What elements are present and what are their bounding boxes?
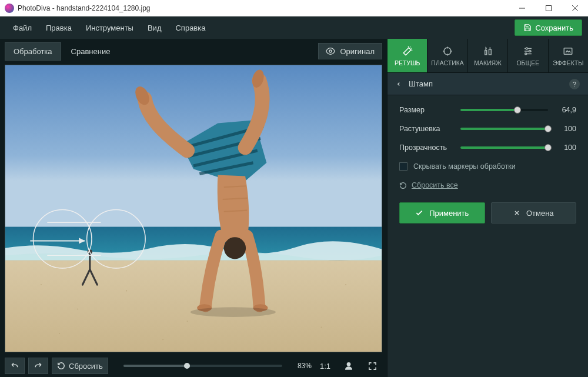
menu-tools[interactable]: Инструменты xyxy=(79,20,141,36)
expand-icon xyxy=(368,362,377,371)
reset-icon xyxy=(399,182,407,189)
face-icon xyxy=(344,361,353,371)
feather-slider[interactable] xyxy=(460,128,548,130)
svg-rect-7 xyxy=(5,261,382,352)
svg-point-15 xyxy=(59,333,60,334)
window-minimize[interactable] xyxy=(509,0,535,16)
makeup-icon xyxy=(483,46,493,56)
svg-point-45 xyxy=(529,50,530,52)
svg-point-11 xyxy=(187,321,188,322)
toolcat-makeup[interactable]: МАКИЯЖ xyxy=(468,39,508,72)
svg-point-8 xyxy=(41,284,42,285)
zoom-value: 83% xyxy=(298,362,312,370)
svg-point-14 xyxy=(345,284,346,285)
save-button[interactable]: Сохранить xyxy=(514,19,582,36)
eye-icon xyxy=(326,46,335,56)
size-label: Размер xyxy=(399,106,453,114)
svg-point-34 xyxy=(444,48,451,55)
toolcat-liquify[interactable]: ПЛАСТИКА xyxy=(427,39,467,72)
window-close[interactable] xyxy=(562,0,588,16)
svg-rect-39 xyxy=(485,50,486,55)
target-icon xyxy=(442,46,453,56)
size-slider[interactable] xyxy=(460,109,548,111)
right-pane: РЕТУШЬ ПЛАСТИКА МАКИЯЖ ОБЩЕЕ ЭФФЕКТЫ xyxy=(387,39,588,377)
tab-compare[interactable]: Сравнение xyxy=(62,42,119,61)
svg-point-44 xyxy=(526,48,527,49)
svg-point-10 xyxy=(126,290,127,291)
hide-markers-checkbox[interactable]: Скрывать маркеры обработки xyxy=(399,162,576,171)
panel-title: Штамп xyxy=(409,79,433,88)
wand-icon xyxy=(402,46,413,56)
title-bar: PhotoDiva - handstand-2224104_1280.jpg xyxy=(0,0,588,16)
svg-point-26 xyxy=(191,307,276,317)
original-toggle[interactable]: Оригинал xyxy=(318,43,382,59)
window-maximize[interactable] xyxy=(535,0,562,16)
menu-edit[interactable]: Правка xyxy=(39,20,79,36)
back-button[interactable] xyxy=(396,80,402,88)
svg-point-25 xyxy=(224,237,246,259)
fullscreen-button[interactable] xyxy=(362,358,382,374)
svg-point-13 xyxy=(321,327,322,328)
left-pane: Обработка Сравнение Оригинал xyxy=(0,39,387,377)
svg-rect-40 xyxy=(489,49,491,55)
face-nav-button[interactable] xyxy=(339,358,359,374)
svg-point-4 xyxy=(329,50,332,52)
undo-icon xyxy=(10,362,19,370)
window-title: PhotoDiva - handstand-2224104_1280.jpg xyxy=(18,4,509,12)
size-value: 64,9 xyxy=(555,106,576,114)
redo-button[interactable] xyxy=(28,358,48,374)
sliders-icon xyxy=(523,46,533,56)
effects-icon xyxy=(563,46,573,56)
opacity-label: Прозрачность xyxy=(399,144,453,152)
feather-label: Растушевка xyxy=(399,125,453,133)
app-icon xyxy=(5,4,14,13)
menu-file[interactable]: Файл xyxy=(6,20,39,36)
svg-rect-1 xyxy=(546,5,551,11)
toolcat-retouch[interactable]: РЕТУШЬ xyxy=(387,39,427,72)
zoom-slider[interactable] xyxy=(112,365,294,367)
menu-view[interactable]: Вид xyxy=(141,20,169,36)
cancel-button[interactable]: Отмена xyxy=(491,202,577,223)
image-canvas[interactable] xyxy=(5,65,382,352)
checkbox-icon xyxy=(399,162,407,171)
panel-header: Штамп ? xyxy=(387,73,588,95)
feather-value: 100 xyxy=(555,125,576,133)
svg-point-16 xyxy=(162,339,163,340)
tab-processing[interactable]: Обработка xyxy=(5,42,61,61)
reset-button[interactable]: Сбросить xyxy=(52,358,108,374)
apply-button[interactable]: Применить xyxy=(399,202,485,223)
toolcat-effects[interactable]: ЭФФЕКТЫ xyxy=(549,39,588,72)
check-icon xyxy=(415,209,423,217)
svg-point-9 xyxy=(77,308,78,309)
save-icon xyxy=(523,24,532,32)
opacity-slider[interactable] xyxy=(460,146,548,149)
reset-all-link[interactable]: Сбросить все xyxy=(399,181,576,189)
undo-button[interactable] xyxy=(5,358,25,374)
svg-point-33 xyxy=(347,362,351,366)
toolcat-general[interactable]: ОБЩЕЕ xyxy=(508,39,548,72)
help-button[interactable]: ? xyxy=(569,79,580,89)
svg-point-46 xyxy=(525,53,527,55)
chevron-left-icon xyxy=(396,80,402,88)
menu-help[interactable]: Справка xyxy=(168,20,212,36)
menu-bar: Файл Правка Инструменты Вид Справка Сохр… xyxy=(0,16,588,39)
one-to-one-button[interactable]: 1:1 xyxy=(315,358,335,374)
reset-icon xyxy=(57,362,65,370)
redo-icon xyxy=(34,362,43,370)
opacity-value: 100 xyxy=(555,144,576,152)
close-icon xyxy=(513,209,520,216)
bottom-toolbar: Сбросить 83% 1:1 xyxy=(0,355,387,377)
